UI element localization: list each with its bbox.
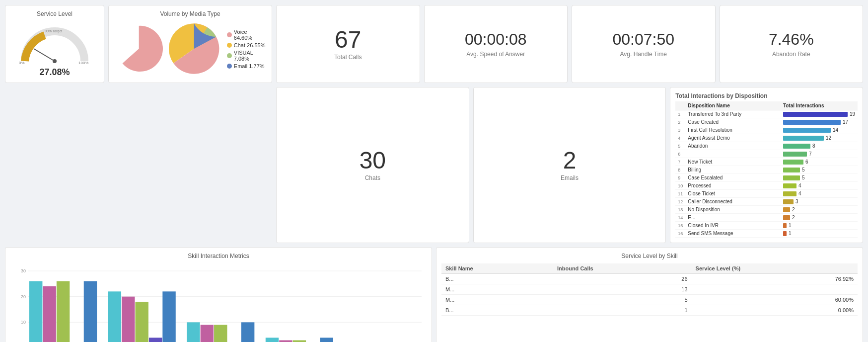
disp-bar-cell: 1 bbox=[781, 222, 858, 230]
total-calls-label: Total Calls bbox=[334, 54, 362, 61]
disp-num: 12 bbox=[675, 198, 685, 206]
sl-pct bbox=[692, 284, 858, 295]
disp-value: 8 bbox=[812, 143, 815, 149]
disposition-title: Total Interactions by Disposition bbox=[675, 92, 858, 99]
disp-bar-fill bbox=[783, 144, 810, 149]
svg-rect-30 bbox=[293, 341, 306, 342]
disp-name: Case Escalated bbox=[685, 174, 781, 182]
disp-num: 15 bbox=[675, 222, 685, 230]
middle-row: Skill Interaction Metrics 0102030B...M..… bbox=[5, 247, 863, 342]
disposition-row: 5 Abandon 8 bbox=[675, 142, 858, 150]
avg-handle-label: Avg. Handle Time bbox=[620, 51, 667, 58]
disp-bar-cell: 6 bbox=[781, 158, 858, 166]
svg-rect-32 bbox=[320, 338, 333, 342]
disp-value: 1 bbox=[789, 223, 792, 228]
disp-name: Case Created bbox=[685, 118, 781, 126]
disp-bar-fill bbox=[783, 223, 787, 228]
svg-rect-20 bbox=[162, 291, 175, 342]
disp-num: 4 bbox=[675, 134, 685, 142]
service-level-card: Service Level 0% 100% 90% Target 27.08% bbox=[5, 5, 104, 83]
disp-bar-fill bbox=[783, 152, 807, 157]
disp-value: 5 bbox=[802, 175, 805, 180]
pie-chart bbox=[114, 21, 164, 76]
volume-card: Volume by Media Type bbox=[108, 5, 272, 83]
svg-text:10: 10 bbox=[21, 320, 26, 325]
sl-row: M... 5 60.00% bbox=[441, 295, 858, 305]
disp-value: 3 bbox=[796, 199, 798, 204]
disp-bar-fill bbox=[783, 120, 841, 125]
sl-inbound: 5 bbox=[553, 295, 692, 305]
avg-speed-label: Avg. Speed of Answer bbox=[466, 51, 525, 58]
disp-bar-cell: 7 bbox=[781, 150, 858, 158]
abandon-rate-card: 7.46% Abandon Rate bbox=[720, 5, 864, 83]
service-skill-table: Skill Name Inbound Calls Service Level (… bbox=[441, 263, 858, 316]
disp-num: 6 bbox=[675, 150, 685, 158]
disp-bar-fill bbox=[783, 183, 796, 188]
visual-dot bbox=[227, 53, 232, 58]
sl-pct: 0.00% bbox=[692, 305, 858, 316]
disp-value: 1 bbox=[789, 231, 792, 236]
pie-chart-proper bbox=[169, 21, 219, 76]
abandon-rate-value: 7.46% bbox=[769, 30, 814, 49]
sl-pct: 60.00% bbox=[692, 295, 858, 305]
sl-skill-name: B... bbox=[441, 305, 553, 316]
disposition-row: 4 Agent Assist Demo 12 bbox=[675, 134, 858, 142]
service-skill-title: Service Level by Skill bbox=[441, 253, 858, 259]
disp-name: Send SMS Message bbox=[685, 230, 781, 238]
disp-num: 7 bbox=[675, 158, 685, 166]
disp-col-name: Disposition Name bbox=[685, 101, 781, 110]
disp-name: Billing bbox=[685, 166, 781, 174]
sl-skill-name: M... bbox=[441, 284, 553, 295]
disp-value: 12 bbox=[826, 135, 831, 141]
legend-chat: Chat 26.55% bbox=[227, 42, 267, 48]
sl-col-inbound: Inbound Calls bbox=[553, 263, 692, 274]
disp-bar-fill bbox=[783, 128, 831, 133]
skill-metrics-card: Skill Interaction Metrics 0102030B...M..… bbox=[5, 247, 432, 342]
disp-bar-fill bbox=[783, 168, 800, 172]
legend-visual: VISUAL 7.08% bbox=[227, 50, 267, 62]
disp-value: 5 bbox=[802, 167, 805, 172]
chat-dot bbox=[227, 43, 232, 48]
legend-email: Email 1.77% bbox=[227, 63, 267, 69]
disp-num: 14 bbox=[675, 214, 685, 222]
disp-bar-fill bbox=[783, 112, 848, 117]
disp-bar-cell: 2 bbox=[781, 206, 858, 214]
chats-value: 30 bbox=[360, 149, 386, 172]
sl-row: B... 26 76.92% bbox=[441, 274, 858, 284]
disp-num: 3 bbox=[675, 126, 685, 134]
sl-row: M... 13 bbox=[441, 284, 858, 295]
avg-handle-value: 00:07:50 bbox=[612, 30, 674, 49]
disp-name: First Call Resolution bbox=[685, 126, 781, 134]
legend-voice: Voice 64.60% bbox=[227, 29, 267, 41]
spacer2 bbox=[108, 87, 272, 243]
disp-bar-fill bbox=[783, 215, 790, 220]
second-row: 30 Chats 2 Emails Total Interactions by … bbox=[5, 87, 863, 243]
disp-num: 5 bbox=[675, 142, 685, 150]
gauge-value: 27.08% bbox=[39, 67, 70, 78]
disp-bar-fill bbox=[783, 175, 800, 180]
sl-inbound: 1 bbox=[553, 305, 692, 316]
disp-value: 2 bbox=[792, 215, 795, 220]
disp-num: 2 bbox=[675, 118, 685, 126]
avg-speed-value: 00:00:08 bbox=[465, 30, 527, 49]
disp-value: 17 bbox=[843, 119, 848, 125]
svg-rect-17 bbox=[122, 297, 135, 342]
disp-bar-cell: 12 bbox=[781, 134, 858, 142]
gauge-0-label: 0% bbox=[19, 61, 25, 65]
disposition-row: 9 Case Escalated 5 bbox=[675, 174, 858, 182]
disp-name: Abandon bbox=[685, 142, 781, 150]
svg-point-1 bbox=[53, 59, 57, 63]
svg-text:20: 20 bbox=[21, 294, 26, 299]
disp-value: 2 bbox=[792, 207, 795, 212]
service-level-title: Service Level bbox=[10, 10, 99, 17]
disp-name: Closed In IVR bbox=[685, 222, 781, 230]
disp-bar-fill bbox=[783, 231, 787, 236]
disp-name: Close Ticket bbox=[685, 190, 781, 198]
svg-rect-26 bbox=[241, 322, 254, 342]
disp-bar-cell: 14 bbox=[781, 126, 858, 134]
svg-rect-24 bbox=[214, 325, 227, 342]
disp-name: Transferred To 3rd Party bbox=[685, 110, 781, 118]
total-calls-value: 67 bbox=[335, 28, 361, 52]
svg-rect-19 bbox=[149, 338, 162, 342]
abandon-rate-label: Abandon Rate bbox=[772, 51, 810, 58]
